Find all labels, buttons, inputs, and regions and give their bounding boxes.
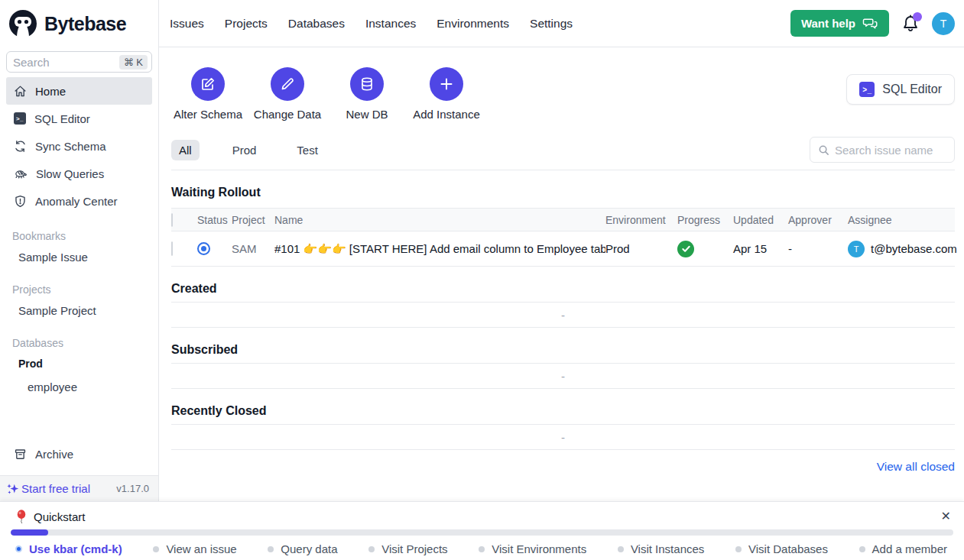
sparkles-icon bbox=[6, 482, 20, 496]
project-sample-project[interactable]: Sample Project bbox=[0, 299, 158, 322]
sidebar-item-slow-queries[interactable]: Slow Queries bbox=[6, 160, 152, 187]
nav-issues[interactable]: Issues bbox=[170, 17, 204, 31]
nav-projects[interactable]: Projects bbox=[225, 17, 268, 31]
tab-all[interactable]: All bbox=[171, 140, 200, 160]
issue-project: SAM bbox=[232, 242, 274, 255]
new-db-action[interactable]: New DB bbox=[330, 67, 404, 121]
issue-row[interactable]: SAM #101 👉👉👉 [START HERE] Add email colu… bbox=[171, 231, 955, 267]
start-free-trial-link[interactable]: Start free trial bbox=[6, 482, 90, 496]
shield-alert-icon bbox=[14, 195, 27, 208]
want-help-label: Want help bbox=[801, 17, 855, 30]
quickstart-item-view-issue[interactable]: View an issue bbox=[153, 542, 236, 555]
issue-name-link[interactable]: #101 👉👉👉 [START HERE] Add email column t… bbox=[274, 242, 605, 256]
quickstart-item-visit-instances[interactable]: Visit Instances bbox=[618, 542, 704, 555]
recently-closed-title: Recently Closed bbox=[171, 404, 955, 418]
projects-section-label: Projects bbox=[0, 280, 158, 299]
view-all-closed-link[interactable]: View all closed bbox=[877, 460, 955, 473]
balloon-icon bbox=[15, 510, 28, 524]
step-dot-icon bbox=[618, 546, 624, 552]
column-approver: Approver bbox=[788, 214, 848, 226]
turtle-icon bbox=[14, 167, 28, 180]
step-dot-icon bbox=[268, 546, 274, 552]
sidebar-item-label: Home bbox=[35, 85, 66, 98]
quickstart-item-visit-projects[interactable]: Visit Projects bbox=[368, 542, 447, 555]
quickstart-item-use-kbar[interactable]: Use kbar (cmd-k) bbox=[15, 542, 122, 555]
sidebar-item-home[interactable]: Home bbox=[6, 77, 152, 105]
quickstart-title: Quickstart bbox=[34, 510, 86, 523]
step-dot-icon bbox=[368, 546, 375, 552]
sidebar-item-label: Anomaly Center bbox=[35, 195, 118, 208]
sql-editor-button[interactable]: >_ SQL Editor bbox=[846, 74, 955, 105]
quickstart-progress-track bbox=[11, 529, 953, 536]
sql-editor-button-label: SQL Editor bbox=[882, 83, 942, 96]
alter-schema-action[interactable]: Alter Schema bbox=[171, 67, 245, 121]
created-title: Created bbox=[171, 282, 955, 296]
quickstart-item-label: Add a member bbox=[872, 542, 947, 555]
issue-environment: Prod bbox=[605, 242, 677, 255]
quickstart-item-label: Visit Instances bbox=[631, 542, 704, 555]
select-all-checkbox[interactable] bbox=[171, 213, 173, 227]
sidebar-item-label: Slow Queries bbox=[36, 167, 104, 180]
sidebar: Bytebase ⌘ K Home >_ SQL Editor bbox=[0, 0, 159, 501]
issue-table-header: Status Project Name Environment Progress… bbox=[171, 208, 955, 231]
start-free-trial-label: Start free trial bbox=[21, 482, 90, 495]
sidebar-item-archive[interactable]: Archive bbox=[6, 440, 152, 468]
bookmark-sample-issue[interactable]: Sample Issue bbox=[0, 245, 158, 268]
notifications-bell[interactable] bbox=[901, 14, 920, 34]
row-checkbox[interactable] bbox=[171, 241, 173, 256]
step-dot-icon bbox=[15, 545, 22, 552]
step-dot-icon bbox=[153, 546, 159, 552]
quickstart-progress-fill bbox=[11, 529, 48, 536]
brand-logo[interactable]: Bytebase bbox=[0, 0, 158, 47]
add-instance-action[interactable]: Add Instance bbox=[410, 67, 483, 121]
recently-closed-empty: - bbox=[171, 424, 955, 450]
search-icon bbox=[818, 144, 829, 156]
trial-bar: Start free trial v1.17.0 bbox=[0, 475, 158, 501]
sidebar-search[interactable]: ⌘ K bbox=[6, 51, 152, 73]
quickstart-item-add-member[interactable]: Add a member bbox=[859, 542, 947, 555]
column-project: Project bbox=[232, 214, 274, 226]
quickstart-item-label: Visit Environments bbox=[492, 542, 586, 555]
sidebar-item-label: SQL Editor bbox=[34, 112, 90, 125]
action-label: Change Data bbox=[254, 108, 321, 121]
quickstart-bar: Quickstart ✕ Use kbar (cmd-k) View an is… bbox=[0, 501, 964, 560]
sidebar-item-sync-schema[interactable]: Sync Schema bbox=[6, 132, 152, 160]
nav-instances[interactable]: Instances bbox=[365, 17, 416, 31]
sidebar-search-input[interactable] bbox=[13, 56, 119, 69]
database-group-prod[interactable]: Prod bbox=[0, 352, 158, 375]
database-item-employee[interactable]: employee bbox=[0, 375, 158, 398]
close-icon[interactable]: ✕ bbox=[938, 507, 954, 525]
quickstart-item-query-data[interactable]: Query data bbox=[268, 542, 337, 555]
open-status-icon bbox=[197, 242, 210, 255]
tab-test[interactable]: Test bbox=[289, 140, 326, 160]
sidebar-item-label: Sync Schema bbox=[35, 140, 106, 153]
search-shortcut-badge: ⌘ K bbox=[119, 55, 148, 70]
created-empty: - bbox=[171, 302, 955, 328]
step-dot-icon bbox=[735, 546, 742, 552]
column-status: Status bbox=[197, 214, 232, 226]
issue-search-input[interactable] bbox=[835, 144, 946, 157]
edit-square-icon bbox=[200, 76, 216, 92]
sidebar-item-sql-editor[interactable]: >_ SQL Editor bbox=[6, 105, 152, 132]
nav-settings[interactable]: Settings bbox=[530, 17, 573, 31]
notification-dot bbox=[913, 12, 922, 21]
column-progress: Progress bbox=[677, 214, 733, 226]
pencil-icon bbox=[280, 76, 295, 92]
issue-search[interactable] bbox=[810, 137, 955, 163]
top-header: Issues Projects Databases Instances Envi… bbox=[159, 0, 964, 47]
nav-environments[interactable]: Environments bbox=[437, 17, 509, 31]
action-label: New DB bbox=[346, 108, 388, 121]
step-dot-icon bbox=[859, 546, 865, 552]
quickstart-item-visit-environments[interactable]: Visit Environments bbox=[479, 542, 586, 555]
change-data-action[interactable]: Change Data bbox=[251, 67, 324, 121]
app-version: v1.17.0 bbox=[116, 483, 149, 494]
tab-prod[interactable]: Prod bbox=[225, 140, 265, 160]
step-dot-icon bbox=[479, 546, 485, 552]
sidebar-item-anomaly-center[interactable]: Anomaly Center bbox=[6, 187, 152, 215]
want-help-button[interactable]: Want help bbox=[790, 10, 889, 37]
bytebase-app: Bytebase ⌘ K Home >_ SQL Editor bbox=[0, 0, 964, 560]
nav-databases[interactable]: Databases bbox=[288, 17, 345, 31]
quickstart-item-visit-databases[interactable]: Visit Databases bbox=[735, 542, 828, 555]
user-avatar[interactable]: T bbox=[932, 12, 955, 35]
subscribed-title: Subscribed bbox=[171, 343, 955, 357]
